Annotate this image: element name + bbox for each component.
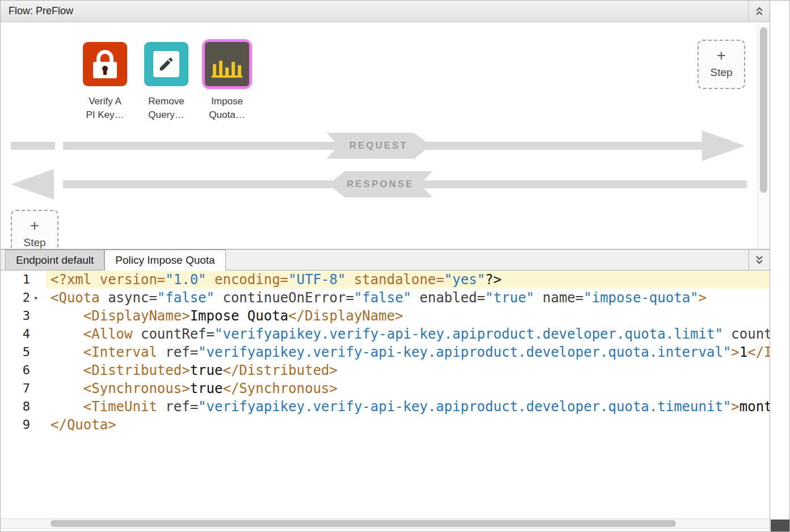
step-label-line2: Query… xyxy=(148,109,184,120)
code-line[interactable]: 6 <Distributed>true</Distributed> xyxy=(1,361,770,379)
step-label-line2: Quota… xyxy=(209,109,245,120)
pencil-card xyxy=(153,51,179,77)
collapse-editor-button[interactable] xyxy=(749,250,770,270)
chevrons-up-icon xyxy=(755,6,764,16)
line-number: 3 xyxy=(1,307,46,325)
flow-step-verify-api-key[interactable]: Verify A PI Key… xyxy=(78,42,132,122)
flow-step-impose-quota[interactable]: Impose Quota… xyxy=(200,42,254,122)
code-line[interactable]: 1<?xml version="1.0" encoding="UTF-8" st… xyxy=(1,271,770,289)
api-proxy-editor-window: Flow: PreFlow Verify A xyxy=(0,0,790,532)
add-step-label: Step xyxy=(12,237,57,249)
line-number: 9 xyxy=(1,416,46,434)
code-line-content[interactable]: <Synchronous>true</Synchronous> xyxy=(46,379,770,398)
selected-step-highlight xyxy=(202,39,252,89)
code-line-content[interactable]: <?xml version="1.0" encoding="UTF-8" sta… xyxy=(46,271,770,289)
code-line-content[interactable]: <DisplayName>Impose Quota</DisplayName> xyxy=(46,307,770,325)
flow-step-remove-query[interactable]: Remove Query… xyxy=(139,42,194,122)
step-label: Remove Query… xyxy=(139,95,194,122)
step-label-line1: Remove xyxy=(148,96,184,107)
lock-shackle xyxy=(96,50,114,62)
line-number: 6 xyxy=(1,361,46,379)
plus-icon: + xyxy=(699,48,744,64)
code-line-content[interactable]: <Interval ref="verifyapikey.verify-api-k… xyxy=(46,343,770,361)
code-line[interactable]: 9</Quota> xyxy=(1,416,770,434)
code-editor[interactable]: 1<?xml version="1.0" encoding="UTF-8" st… xyxy=(1,271,770,531)
code-line[interactable]: 2▾<Quota async="false" continueOnError="… xyxy=(1,289,770,307)
collapse-flow-panel-button[interactable] xyxy=(749,1,770,22)
step-label-line2: PI Key… xyxy=(86,109,124,120)
code-line-content[interactable]: <Distributed>true</Distributed> xyxy=(46,361,770,379)
step-label-line1: Impose xyxy=(211,96,243,107)
lock-icon xyxy=(83,42,127,86)
add-step-button-response[interactable]: + Step xyxy=(11,210,58,249)
plus-icon: + xyxy=(12,218,57,234)
flow-canvas-scrollbar[interactable] xyxy=(758,22,770,249)
tab-label: Policy Impose Quota xyxy=(115,254,215,267)
scrollbar-thumb[interactable] xyxy=(51,520,676,527)
step-label: Impose Quota… xyxy=(200,95,254,122)
request-flow-line-start xyxy=(11,142,55,150)
line-number: 5 xyxy=(1,343,46,361)
quota-bars xyxy=(212,61,242,78)
keyhole-stem xyxy=(103,70,107,75)
code-line[interactable]: 7 <Synchronous>true</Synchronous> xyxy=(1,379,770,398)
window-resize-corner xyxy=(771,520,789,531)
code-line[interactable]: 4 <Allow countRef="verifyapikey.verify-a… xyxy=(1,325,770,343)
code-lines: 1<?xml version="1.0" encoding="UTF-8" st… xyxy=(1,271,770,434)
request-arrowhead-icon xyxy=(702,130,745,161)
chevrons-down-icon xyxy=(755,255,764,265)
main-panel: Flow: PreFlow Verify A xyxy=(1,1,770,531)
add-step-label: Step xyxy=(699,66,744,79)
code-line-content[interactable]: <Allow countRef="verifyapikey.verify-api… xyxy=(46,325,770,343)
code-line[interactable]: 8 <TimeUnit ref="verifyapikey.verify-api… xyxy=(1,398,770,416)
pencil-glyph-icon xyxy=(158,56,175,73)
code-line-content[interactable]: <Quota async="false" continueOnError="fa… xyxy=(46,289,770,307)
bar-chart-icon xyxy=(205,42,249,86)
tab-policy-impose-quota[interactable]: Policy Impose Quota xyxy=(104,250,225,271)
line-number: 1 xyxy=(1,271,46,289)
response-label-badge: RESPONSE xyxy=(328,171,432,197)
scrollbar-thumb[interactable] xyxy=(760,27,767,193)
step-label-line1: Verify A xyxy=(89,96,121,107)
tab-label: Endpoint default xyxy=(16,254,94,267)
fold-toggle-icon[interactable]: ▾ xyxy=(33,289,38,307)
request-label-badge: REQUEST xyxy=(326,133,431,159)
lock-body xyxy=(93,62,117,78)
line-number: 4 xyxy=(1,325,46,343)
tab-endpoint-default[interactable]: Endpoint default xyxy=(5,250,104,270)
line-number: 2▾ xyxy=(1,289,46,307)
request-label: REQUEST xyxy=(349,140,407,151)
line-number: 8 xyxy=(1,398,46,416)
code-line-content[interactable]: <TimeUnit ref="verifyapikey.verify-api-k… xyxy=(46,398,770,416)
right-strip xyxy=(771,1,789,531)
flow-canvas: Verify A PI Key… Remove Query… xyxy=(1,22,770,249)
flow-panel-header: Flow: PreFlow xyxy=(1,1,770,22)
editor-tabs: Endpoint default Policy Impose Quota xyxy=(1,249,770,271)
code-line[interactable]: 5 <Interval ref="verifyapikey.verify-api… xyxy=(1,343,770,361)
code-line[interactable]: 3 <DisplayName>Impose Quota</DisplayName… xyxy=(1,307,770,325)
add-step-button-request[interactable]: + Step xyxy=(697,40,745,89)
response-label: RESPONSE xyxy=(347,179,414,190)
flow-title: Flow: PreFlow xyxy=(1,5,73,17)
code-line-content[interactable]: </Quota> xyxy=(46,416,770,434)
response-arrowhead-icon xyxy=(11,169,54,200)
line-number: 7 xyxy=(1,379,46,398)
pencil-icon xyxy=(144,42,188,86)
editor-h-scrollbar[interactable] xyxy=(1,518,770,529)
step-label: Verify A PI Key… xyxy=(78,95,132,122)
